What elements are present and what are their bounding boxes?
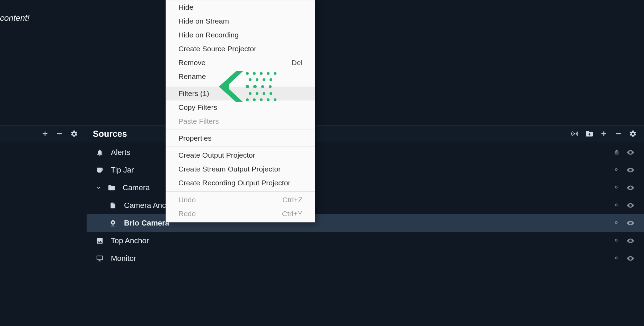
menu-label: Undo	[178, 196, 196, 204]
menu-label: Hide	[178, 3, 193, 11]
lock-icon[interactable]	[613, 166, 620, 174]
panel-header-row: Sources	[0, 125, 644, 142]
svg-point-2	[112, 221, 114, 223]
source-label: Monitor	[111, 254, 136, 263]
lock-icon[interactable]	[613, 219, 620, 227]
source-label: Brio Camera	[124, 219, 169, 228]
add-source-icon[interactable]	[600, 130, 608, 138]
svg-rect-3	[97, 256, 103, 259]
add-folder-icon[interactable]	[585, 130, 593, 138]
menu-label: Create Recording Output Projector	[178, 179, 290, 187]
row-actions	[613, 202, 644, 209]
menu-label: Hide on Stream	[178, 17, 229, 25]
sources-settings-gear-icon[interactable]	[629, 130, 637, 138]
remove-source-icon[interactable]	[614, 130, 623, 138]
visibility-eye-icon[interactable]	[627, 166, 634, 174]
content-fragment-text: content!	[0, 13, 29, 23]
menu-separator	[166, 130, 315, 130]
row-actions	[613, 166, 644, 174]
image-icon	[96, 237, 104, 245]
row-actions	[613, 184, 644, 192]
menu-hide-on-recording[interactable]: Hide on Recording	[166, 28, 315, 42]
row-actions	[613, 237, 644, 245]
menu-label: Redo	[178, 210, 196, 218]
menu-label: Paste Filters	[178, 117, 219, 125]
menu-remove[interactable]: Remove Del	[166, 56, 315, 70]
menu-hide[interactable]: Hide	[166, 0, 315, 14]
source-label: Camera	[123, 183, 150, 192]
menu-copy-filters[interactable]: Copy Filters	[166, 100, 315, 114]
lock-icon[interactable]	[613, 184, 620, 192]
source-context-menu: Hide Hide on Stream Hide on Recording Cr…	[166, 0, 315, 222]
scene-settings-gear-icon[interactable]	[70, 130, 78, 138]
menu-shortcut: Del	[291, 59, 302, 67]
menu-label: Create Source Projector	[178, 45, 256, 53]
source-label: Tip Jar	[111, 166, 134, 175]
menu-undo: Undo Ctrl+Z	[166, 193, 315, 207]
source-label: Alerts	[111, 148, 130, 157]
menu-label: Copy Filters	[178, 103, 217, 112]
source-row-top-anchor[interactable]: Top Anchor	[87, 232, 644, 249]
menu-rename[interactable]: Rename	[166, 70, 315, 83]
source-row-monitor[interactable]: Monitor	[87, 249, 644, 267]
add-scene-icon[interactable]	[41, 130, 49, 138]
menu-create-recording-output-projector[interactable]: Create Recording Output Projector	[166, 176, 315, 190]
menu-hide-on-stream[interactable]: Hide on Stream	[166, 14, 315, 28]
stream-output-icon[interactable]	[571, 130, 579, 138]
visibility-eye-icon[interactable]	[627, 184, 634, 192]
visibility-eye-icon[interactable]	[627, 255, 634, 262]
menu-filters[interactable]: Filters (1)	[166, 87, 315, 100]
menu-separator	[166, 191, 315, 192]
menu-create-source-projector[interactable]: Create Source Projector	[166, 42, 315, 56]
menu-separator	[166, 85, 315, 85]
menu-label: Create Output Projector	[178, 151, 255, 159]
menu-properties[interactable]: Properties	[166, 131, 315, 145]
visibility-eye-icon[interactable]	[627, 237, 634, 245]
scenes-header-controls	[0, 130, 87, 138]
row-actions	[613, 149, 644, 156]
row-actions	[613, 219, 644, 227]
cup-icon	[96, 166, 104, 174]
row-actions	[613, 255, 644, 262]
lock-icon[interactable]	[613, 255, 620, 262]
menu-shortcut: Ctrl+Y	[282, 210, 302, 218]
menu-label: Properties	[178, 134, 212, 142]
webcam-icon	[109, 219, 117, 227]
menu-label: Create Stream Output Projector	[178, 165, 281, 173]
menu-label: Filters (1)	[178, 89, 209, 98]
menu-redo: Redo Ctrl+Y	[166, 207, 315, 221]
menu-create-stream-output-projector[interactable]: Create Stream Output Projector	[166, 162, 315, 176]
folder-icon	[107, 184, 116, 192]
menu-separator	[166, 147, 315, 147]
menu-shortcut: Ctrl+Z	[282, 196, 302, 204]
lock-icon[interactable]	[613, 149, 620, 156]
menu-create-output-projector[interactable]: Create Output Projector	[166, 148, 315, 162]
sources-header-controls	[571, 130, 644, 138]
menu-label: Remove	[178, 59, 205, 67]
visibility-eye-icon[interactable]	[627, 202, 634, 209]
menu-paste-filters: Paste Filters	[166, 114, 315, 128]
monitor-icon	[96, 254, 104, 263]
visibility-eye-icon[interactable]	[627, 219, 634, 227]
lock-icon[interactable]	[613, 202, 620, 209]
bell-icon	[96, 148, 104, 157]
visibility-eye-icon[interactable]	[627, 149, 634, 156]
chevron-down-icon[interactable]	[96, 185, 102, 191]
source-label: Top Anchor	[111, 236, 149, 245]
menu-label: Hide on Recording	[178, 31, 239, 39]
remove-scene-icon[interactable]	[55, 130, 64, 138]
sources-panel-title: Sources	[93, 129, 127, 139]
file-icon	[109, 201, 117, 210]
menu-label: Rename	[178, 72, 206, 81]
lock-icon[interactable]	[613, 237, 620, 245]
